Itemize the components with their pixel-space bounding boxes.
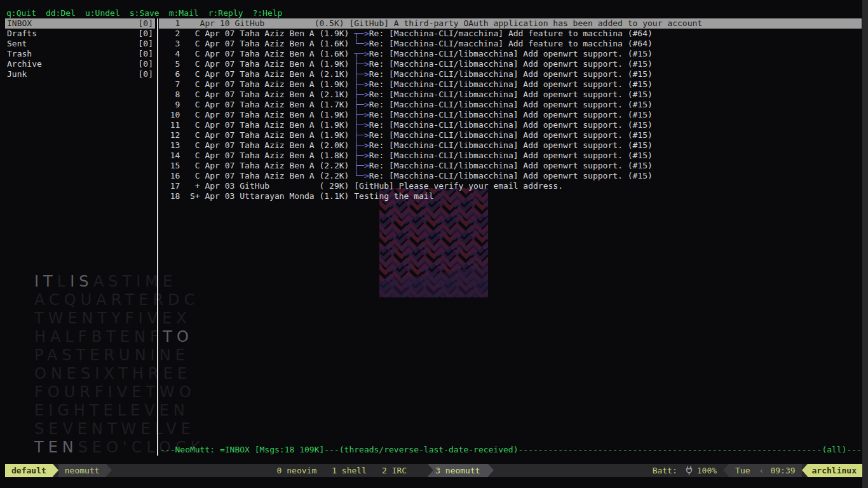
tmux-window-1-shell[interactable]: 1 shell <box>332 464 367 477</box>
mail-row[interactable]: 18 S+ Apr 03 Uttarayan Monda (1.1K) Test… <box>159 191 862 201</box>
mail-row[interactable]: 14 C Apr 07 Taha Aziz Ben A (1.8K) ├─>Re… <box>159 151 862 161</box>
mailbox-count: [0] <box>139 49 153 59</box>
thread-arrow-icon: ├─> <box>354 69 369 79</box>
desktop-edge-strip <box>862 0 868 488</box>
thread-arrow-icon: ├─> <box>354 120 369 130</box>
mail-row[interactable]: 5 C Apr 07 Taha Aziz Ben A (1.9K) ├─>Re:… <box>159 59 862 69</box>
menubar: q:Quitdd:Delu:Undels:Savem:Mailr:Reply?:… <box>6 8 292 18</box>
mail-row[interactable]: 17 + Apr 03 GitHub ( 29K) [GitHub] Pleas… <box>159 181 862 191</box>
mail-row[interactable]: 3 C Apr 07 Taha Aziz Ben A (1.6K) └─>Re:… <box>159 39 862 49</box>
mail-meta: 11 C Apr 07 Taha Aziz Ben A (1.9K) <box>160 120 354 130</box>
wordclock-row: EIGHTELEVEN <box>34 402 205 420</box>
wordclock-letters: ONESIXTHREE <box>34 365 191 383</box>
mail-meta: 14 C Apr 07 Taha Aziz Ben A (1.8K) <box>160 151 354 160</box>
wordclock-letters: SEVENTWELVE <box>34 420 195 438</box>
sidebar-item-trash[interactable]: Trash[0] <box>5 49 155 59</box>
thread-arrow-icon: ├─> <box>354 90 369 99</box>
window-list: 0 neovim1 shell2 IRC3 neomutt <box>269 464 501 477</box>
thread-arrow-icon: ├─> <box>354 161 369 170</box>
mail-meta: 18 S+ Apr 03 Uttarayan Monda (1.1K) <box>160 191 354 201</box>
menu-item-undel[interactable]: u:Undel <box>85 8 120 18</box>
tmux-status-bar: default neomutt 0 neovim1 shell2 IRC3 ne… <box>5 464 862 477</box>
mail-row[interactable]: 12 C Apr 07 Taha Aziz Ben A (1.9K) ├─>Re… <box>159 130 862 140</box>
mail-subject: Re: [Macchina-CLI/macchina] Add feature … <box>369 39 653 48</box>
mail-row[interactable]: 11 C Apr 07 Taha Aziz Ben A (1.9K) ├─>Re… <box>159 120 862 130</box>
menu-item-del[interactable]: dd:Del <box>46 8 76 18</box>
mailbox-name: Drafts <box>7 29 37 39</box>
sidebar-item-archive[interactable]: Archive[0] <box>5 59 155 69</box>
mail-subject: Re: [Macchina-CLI/libmacchina] Add openw… <box>369 90 653 99</box>
menu-item-quit[interactable]: q:Quit <box>6 8 36 18</box>
sidebar: INBOX[0]Drafts[0]Sent[0]Trash[0]Archive[… <box>5 18 155 79</box>
mail-row[interactable]: 15 C Apr 07 Taha Aziz Ben A (2.2K) ├─>Re… <box>159 161 862 171</box>
mail-meta: 1 Apr 10 GitHub (0.5K) <box>160 18 349 28</box>
mail-subject: Re: [Macchina-CLI/libmacchina] Add openw… <box>369 79 653 89</box>
sidebar-item-junk[interactable]: Junk[0] <box>5 69 155 79</box>
mailbox-name: Junk <box>7 69 27 79</box>
wordclock-letters: TO <box>163 328 193 346</box>
mailbox-count: [0] <box>139 39 153 49</box>
tmux-pane-title: neomutt <box>58 464 106 477</box>
tmux-window-2-IRC[interactable]: 2 IRC <box>382 464 407 477</box>
sidebar-item-drafts[interactable]: Drafts[0] <box>5 29 155 39</box>
pane-divider <box>157 18 158 456</box>
thread-arrow-icon: ├─> <box>354 79 369 89</box>
thread-arrow-icon: ┬─> <box>354 29 369 38</box>
powerline-arrow-icon <box>723 464 729 477</box>
mailbox-count: [0] <box>139 59 153 69</box>
status-line: ---NeoMutt: =INBOX [Msgs:18 109K]---(thr… <box>159 445 862 455</box>
tmux-bar-right: Batt: 100% Tue ‹ 09:39 archlinux <box>653 464 862 477</box>
mail-row[interactable]: 4 C Apr 07 Taha Aziz Ben A (1.6K) ┬─>Re:… <box>159 49 862 59</box>
mailbox-name: Archive <box>7 59 42 69</box>
maze-pattern-wallpaper <box>379 188 488 297</box>
thread-arrow-icon: ├─> <box>354 130 369 140</box>
mail-row[interactable]: 9 C Apr 07 Taha Aziz Ben A (1.7K) ├─>Re:… <box>159 100 862 110</box>
clock-time: 09:39 <box>768 464 801 477</box>
wordclock-letters: FOURFIVETWO <box>34 383 196 401</box>
wordclock-letters: PASTERUNINE <box>34 346 189 364</box>
wordclock-row: PASTERUNINE <box>34 346 205 365</box>
mail-row[interactable]: 8 C Apr 07 Taha Aziz Ben A (2.1K) ├─>Re:… <box>159 90 862 100</box>
wordclock-wallpaper: ITLISASTIMEACQUARTERDCTWENTYFIVEXHALFBTE… <box>34 273 205 457</box>
wordclock-letters: ASTIME <box>93 273 177 290</box>
mail-meta: 5 C Apr 07 Taha Aziz Ben A (1.9K) <box>160 59 354 69</box>
mailbox-count: [0] <box>139 18 153 29</box>
menu-item-save[interactable]: s:Save <box>130 8 159 18</box>
tmux-window-3-neomutt[interactable]: 3 neomutt <box>428 464 487 477</box>
wordclock-row: FOURFIVETWO <box>34 383 205 402</box>
mailbox-name: Sent <box>7 39 27 49</box>
menu-item-mail[interactable]: m:Mail <box>169 8 199 18</box>
mail-row[interactable]: 1 Apr 10 GitHub (0.5K) [GitHub] A third-… <box>159 18 862 29</box>
mail-meta: 3 C Apr 07 Taha Aziz Ben A (1.6K) <box>160 39 354 48</box>
wordclock-row: SEVENTWELVE <box>34 420 205 438</box>
powerline-arrow-icon <box>106 464 112 477</box>
mail-subject: Testing the mail <box>354 191 433 201</box>
mail-subject: Re: [Macchina-CLI/libmacchina] Add openw… <box>369 100 653 109</box>
mail-subject: Re: [Macchina-CLI/libmacchina] Add openw… <box>369 130 653 140</box>
weekday-label: Tue <box>729 464 755 477</box>
battery-label: Batt: <box>653 464 681 477</box>
mail-row[interactable]: 7 C Apr 07 Taha Aziz Ben A (1.9K) ├─>Re:… <box>159 79 862 90</box>
thread-arrow-icon: ├─> <box>354 151 369 160</box>
mail-subject: Re: [Macchina-CLI/libmacchina] Add openw… <box>369 69 653 79</box>
wordclock-row: ITLISASTIME <box>34 273 205 291</box>
sidebar-item-inbox[interactable]: INBOX[0] <box>5 18 155 29</box>
thread-arrow-icon: └─> <box>354 39 369 48</box>
mail-subject: Re: [Macchina-CLI/libmacchina] Add openw… <box>369 59 653 69</box>
sidebar-item-sent[interactable]: Sent[0] <box>5 39 155 49</box>
mail-row[interactable]: 16 C Apr 07 Taha Aziz Ben A (2.2K) └─>Re… <box>159 171 862 181</box>
status-text: ---NeoMutt: =INBOX [Msgs:18 109K]---(thr… <box>160 445 519 455</box>
mail-list: 1 Apr 10 GitHub (0.5K) [GitHub] A third-… <box>159 18 862 201</box>
menu-item-reply[interactable]: r:Reply <box>208 8 243 18</box>
tmux-window-0-neovim[interactable]: 0 neovim <box>277 464 317 477</box>
tmux-session-name[interactable]: default <box>5 464 53 477</box>
wordclock-letters: TEN <box>34 438 78 456</box>
chevron-left-icon: ‹ <box>756 464 768 477</box>
battery-percentage: 100% <box>697 464 723 477</box>
menu-item-help[interactable]: ?:Help <box>252 8 282 18</box>
mail-row[interactable]: 6 C Apr 07 Taha Aziz Ben A (2.1K) ├─>Re:… <box>159 69 862 79</box>
mail-row[interactable]: 13 C Apr 07 Taha Aziz Ben A (2.0K) ├─>Re… <box>159 140 862 151</box>
thread-arrow-icon: ├─> <box>354 59 369 69</box>
mail-row[interactable]: 2 C Apr 07 Taha Aziz Ben A (1.9K) ┬─>Re:… <box>159 29 862 39</box>
mail-row[interactable]: 10 C Apr 07 Taha Aziz Ben A (1.9K) ├─>Re… <box>159 110 862 120</box>
